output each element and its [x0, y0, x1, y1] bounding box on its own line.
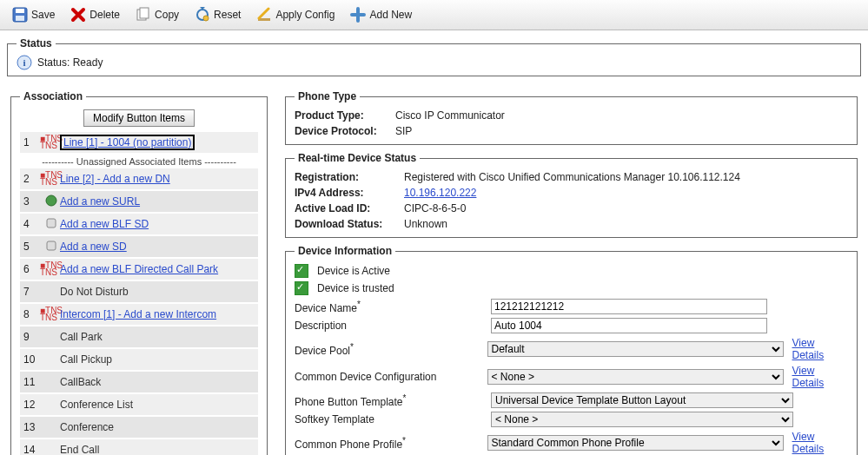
row-icon-cell: ■TNSTNS: [43, 172, 60, 186]
device-pool-label: Device Pool: [295, 345, 354, 357]
download-status-value: Unknown: [404, 218, 447, 230]
row-number: 11: [23, 376, 43, 388]
phone-icon: [45, 217, 57, 232]
download-status-label: Download Status:: [295, 218, 382, 230]
realtime-status-legend: Real-time Device Status: [295, 152, 420, 164]
row-number: 4: [23, 218, 43, 230]
association-row: 1■TNSTNSLine [1] - 1004 (no partition): [20, 132, 258, 155]
status-text: Status: Ready: [37, 56, 103, 69]
svg-rect-4: [140, 8, 149, 18]
row-label: Conference: [60, 421, 114, 433]
view-details-link[interactable]: View Details: [792, 337, 848, 361]
association-row: 3Add a new SURL: [20, 191, 258, 214]
view-details-link[interactable]: View Details: [792, 365, 848, 389]
product-type-value: Cisco IP Communicator: [395, 109, 505, 122]
phone-icon: [45, 240, 57, 254]
phone-type-legend: Phone Type: [295, 90, 360, 102]
device-active-text: Device is Active: [317, 265, 390, 277]
svg-rect-11: [47, 219, 56, 228]
association-row: 11CallBack: [20, 372, 258, 394]
svg-rect-2: [16, 16, 24, 21]
svg-point-10: [46, 195, 56, 206]
reset-button[interactable]: Reset: [188, 4, 248, 25]
copy-label: Copy: [155, 9, 179, 21]
svg-text:i: i: [23, 57, 25, 68]
row-icon-cell: [43, 217, 60, 232]
row-label: CallBack: [60, 376, 101, 388]
save-icon: [12, 7, 28, 23]
product-type-label: Product Type:: [295, 109, 364, 122]
svg-point-6: [203, 16, 209, 21]
status-legend: Status: [17, 37, 56, 49]
cdc-select[interactable]: < None >: [487, 369, 784, 385]
registration-value: Registered with Cisco Unified Communicat…: [404, 171, 740, 183]
add-new-button[interactable]: Add New: [343, 4, 419, 25]
delete-icon: [70, 7, 86, 23]
association-row: 5Add a new SD: [20, 236, 258, 259]
row-icon-cell: [43, 195, 60, 209]
active-load-value: CIPC-8-6-5-0: [404, 202, 466, 214]
save-button[interactable]: Save: [5, 4, 62, 25]
row-number: 13: [23, 421, 43, 433]
cdc-label: Common Device Configuration: [295, 371, 436, 383]
row-number: 12: [23, 399, 43, 411]
modify-button-items[interactable]: Modify Button Items: [83, 109, 195, 127]
association-fieldset: Association Modify Button Items 1■TNSTNS…: [10, 90, 268, 455]
row-number: 5: [23, 241, 43, 253]
association-row: 9Call Park: [20, 326, 258, 349]
realtime-status-fieldset: Real-time Device Status Registration: Re…: [285, 152, 858, 238]
row-label: Do Not Disturb: [60, 286, 129, 298]
ipv4-link[interactable]: 10.196.120.222: [404, 187, 476, 199]
row-label[interactable]: Intercom [1] - Add a new Intercom: [60, 308, 216, 320]
device-pool-select[interactable]: Default: [487, 341, 784, 357]
row-label: End Call: [60, 444, 99, 455]
row-icon-cell: ■TNSTNS: [43, 307, 60, 321]
copy-button[interactable]: Copy: [129, 4, 186, 25]
registration-label: Registration:: [295, 171, 359, 183]
ipv4-label: IPv4 Address:: [295, 187, 364, 199]
device-trusted-text: Device is trusted: [317, 282, 394, 294]
phone-type-fieldset: Phone Type Product Type: Cisco IP Commun…: [285, 90, 858, 145]
row-label[interactable]: Add a new SURL: [60, 195, 140, 208]
row-label[interactable]: Add a new SD: [60, 241, 127, 253]
check-icon: [295, 281, 308, 295]
association-row: 14End Call: [20, 439, 258, 455]
reset-label: Reset: [214, 9, 241, 21]
softkey-template-select[interactable]: < None >: [491, 412, 793, 427]
softkey-template-label: Softkey Template: [295, 413, 374, 425]
association-row: 10Call Pickup: [20, 349, 258, 372]
row-label: Conference List: [60, 399, 133, 411]
apply-label: Apply Config: [275, 9, 335, 21]
row-label[interactable]: Line [2] - Add a new DN: [60, 173, 170, 185]
reset-icon: [195, 7, 210, 23]
save-label: Save: [31, 9, 55, 21]
phone-button-template-label: Phone Button Template: [295, 396, 406, 408]
row-label[interactable]: Add a new BLF SD: [60, 218, 149, 230]
status-fieldset: Status i Status: Ready: [7, 37, 861, 76]
toolbar: Save Delete Copy Reset Apply Config Add …: [0, 0, 868, 30]
row-icon-cell: ■TNSTNS: [43, 135, 60, 149]
row-label: Call Park: [60, 331, 103, 343]
description-input[interactable]: [491, 318, 767, 333]
check-icon: [295, 264, 308, 278]
row-number: 9: [23, 331, 43, 343]
association-row: 2■TNSTNSLine [2] - Add a new DN: [20, 168, 258, 191]
row-icon-cell: ■TNSTNS: [43, 262, 60, 276]
row-number: 7: [23, 286, 43, 298]
row-label[interactable]: Line [1] - 1004 (no partition): [63, 136, 191, 148]
device-protocol-label: Device Protocol:: [295, 125, 377, 137]
active-load-label: Active Load ID:: [295, 202, 370, 214]
device-name-input[interactable]: [491, 299, 767, 314]
phone-button-template-select[interactable]: Universal Device Template Button Layout: [491, 392, 793, 408]
add-new-label: Add New: [369, 9, 412, 21]
add-icon: [350, 7, 366, 23]
unassigned-separator: ---------- Unassigned Associated Items -…: [20, 155, 258, 168]
delete-button[interactable]: Delete: [63, 4, 127, 25]
globe-icon: [45, 195, 57, 209]
association-row: 6■TNSTNSAdd a new BLF Directed Call Park: [20, 259, 258, 281]
association-row: 13Conference: [20, 417, 258, 439]
common-phone-profile-select[interactable]: Standard Common Phone Profile: [487, 435, 784, 451]
row-label[interactable]: Add a new BLF Directed Call Park: [60, 263, 218, 275]
view-details-link[interactable]: View Details: [792, 431, 848, 455]
apply-config-button[interactable]: Apply Config: [249, 4, 341, 25]
